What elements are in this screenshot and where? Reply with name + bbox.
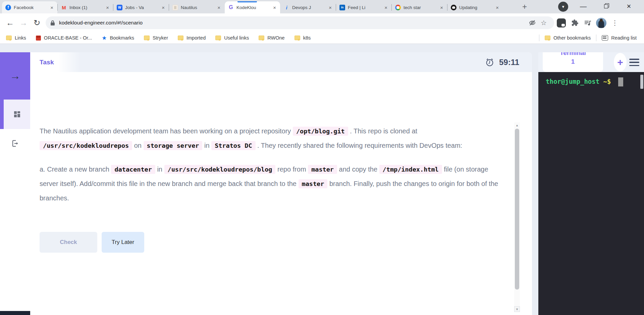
profile-avatar[interactable] <box>596 18 606 28</box>
address-bar[interactable]: kodekloud-engineer.com/#!/scenario ☆ <box>46 16 554 29</box>
tab-devops[interactable]: i Devops J × <box>280 1 336 13</box>
terminal-prompt-user: thor@jump_host <box>546 78 599 85</box>
bookmark-folder-rwone[interactable]: RWOne <box>259 35 284 41</box>
tab-jobs[interactable]: W Jobs - Va × <box>113 1 169 13</box>
tab-close-icon[interactable]: × <box>272 5 277 10</box>
terminal-tab[interactable]: Terminal 1 <box>543 52 603 72</box>
tab-facebook[interactable]: f Facebook × <box>2 1 57 13</box>
chrome-menu-icon[interactable]: ⋮ <box>608 16 621 29</box>
eye-off-icon[interactable] <box>527 17 538 28</box>
terminal-screen[interactable]: thor@jump_host ~$ <box>538 72 644 315</box>
reading-list-button[interactable]: Reading list <box>602 35 637 41</box>
app-sidebar: → <box>0 52 30 315</box>
scrollbar-thumb[interactable] <box>515 129 519 290</box>
terminal-panel: Terminal 1 + thor@jump_host ~$ <box>538 52 644 315</box>
reading-list-icon <box>602 35 608 41</box>
check-button[interactable]: Check <box>40 232 97 253</box>
bookmarks-separator <box>596 35 596 41</box>
inline-code: /opt/blog.git <box>293 127 348 136</box>
bookmarks-separator <box>539 35 539 41</box>
bookmark-oracle-base[interactable]: ORACLE-BASE - Or... <box>36 35 92 41</box>
bookmark-folder-links[interactable]: Links <box>6 35 26 41</box>
terminal-scrollbar-thumb[interactable] <box>640 75 643 89</box>
reload-button[interactable]: ↻ <box>30 16 44 29</box>
window-close-button[interactable]: × <box>621 0 637 13</box>
extension-app-icon[interactable] <box>557 18 566 27</box>
tab-close-icon[interactable]: × <box>105 5 110 10</box>
bookmark-folder-k8s[interactable]: k8s <box>294 35 311 41</box>
task-panel: Task 59:11 The Nautilus application deve… <box>30 52 532 315</box>
tab-nautilus[interactable]: Nautilus × <box>169 1 224 13</box>
facebook-icon: f <box>5 5 11 10</box>
scroll-up-icon[interactable]: ▲ <box>514 122 520 128</box>
url-text[interactable]: kodekloud-engineer.com/#!/scenario <box>59 20 527 26</box>
extensions-puzzle-icon[interactable] <box>569 16 581 29</box>
tab-kodekloud-active[interactable]: G KodeKlou × <box>225 1 280 13</box>
tab-task[interactable]: Task <box>30 52 80 72</box>
bookmark-folder-stryker[interactable]: Stryker <box>144 35 168 41</box>
tab-linkedin[interactable]: in Feed | Li × <box>336 1 391 13</box>
sign-out-icon <box>11 139 19 148</box>
terminal-menu-icon[interactable] <box>629 59 639 66</box>
inline-code: /tmp/index.html <box>379 165 442 174</box>
inline-code: datacenter <box>111 165 155 174</box>
tab-search-icon[interactable]: ▼ <box>558 2 568 12</box>
kodekloud-icon: G <box>228 5 234 10</box>
tab-close-icon[interactable]: × <box>384 5 388 10</box>
tab-close-icon[interactable]: × <box>50 5 54 10</box>
tab-github[interactable]: Updating × <box>447 1 503 13</box>
content-scrollbar[interactable]: ▲ ▼ <box>514 122 520 312</box>
sidebar-item-signout[interactable] <box>0 129 30 158</box>
bookmark-star-icon[interactable]: ☆ <box>538 17 549 28</box>
inline-code: master <box>299 179 328 188</box>
tab-google-search[interactable]: tech star × <box>392 1 447 13</box>
nautilus-icon <box>172 5 178 10</box>
back-button[interactable]: ← <box>3 16 17 29</box>
task-description-area: The Nautilus application development tea… <box>30 72 532 315</box>
google-icon <box>395 5 401 10</box>
folder-icon <box>144 36 150 40</box>
tab-inbox[interactable]: M Inbox (1) × <box>58 1 113 13</box>
timer-value: 59:11 <box>499 58 519 67</box>
tab-close-icon[interactable]: × <box>328 5 332 10</box>
task-panel-header: Task 59:11 <box>30 52 532 72</box>
tab-close-icon[interactable]: × <box>217 5 221 10</box>
devops-site-icon: i <box>284 5 289 10</box>
restore-icon <box>604 4 608 8</box>
new-terminal-button[interactable]: + <box>614 53 627 71</box>
folder-icon <box>6 36 12 40</box>
task-tab-label: Task <box>40 59 54 66</box>
terminal-tab-label: Terminal <box>560 52 586 57</box>
tab-close-icon[interactable]: × <box>161 5 165 10</box>
folder-icon <box>259 36 264 40</box>
inline-code: /usr/src/kodekloudrepos/blog <box>164 165 276 174</box>
inline-code: /usr/src/kodekloudrepos <box>40 141 132 150</box>
sidebar-footer-strip <box>0 311 30 315</box>
gmail-icon: M <box>61 5 67 10</box>
bookmark-folder-useful-links[interactable]: Useful links <box>215 35 249 41</box>
terminal-tab-number: 1 <box>571 57 575 66</box>
new-tab-button[interactable]: + <box>519 1 530 12</box>
browser-toolbar: ← → ↻ kodekloud-engineer.com/#!/scenario… <box>0 13 644 32</box>
scroll-down-icon[interactable]: ▼ <box>514 306 520 312</box>
bookmark-folder-imported[interactable]: Imported <box>178 35 206 41</box>
media-playlist-icon[interactable] <box>581 16 594 29</box>
terminal-header: Terminal 1 + <box>538 52 644 72</box>
tab-title: Updating <box>459 5 492 10</box>
sidebar-collapse-button[interactable]: → <box>0 52 30 100</box>
tab-title: Feed | Li <box>348 5 381 10</box>
forward-button[interactable]: → <box>17 16 30 29</box>
github-icon <box>451 5 457 10</box>
tab-title: Jobs - Va <box>125 5 158 10</box>
tab-close-icon[interactable]: × <box>495 5 499 10</box>
window-minimize-button[interactable]: — <box>576 0 591 13</box>
window-restore-button[interactable] <box>598 0 614 13</box>
folder-icon <box>178 36 183 40</box>
linkedin-icon: in <box>339 5 345 10</box>
plus-icon: + <box>617 57 623 68</box>
tab-close-icon[interactable]: × <box>439 5 444 10</box>
sidebar-item-dashboard[interactable] <box>0 100 30 129</box>
try-later-button[interactable]: Try Later <box>102 232 144 253</box>
bookmark-folder-bookmarks[interactable]: ★ Bookmarks <box>102 35 134 42</box>
other-bookmarks-button[interactable]: Other bookmarks <box>545 35 591 41</box>
